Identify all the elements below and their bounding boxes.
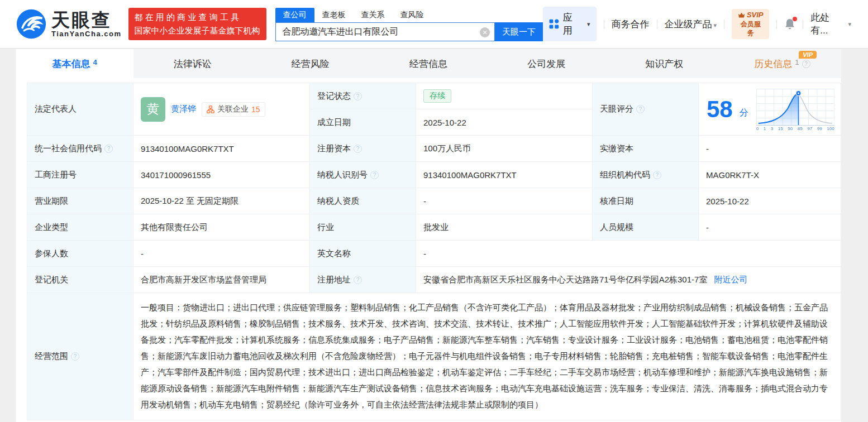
tick-label: 100	[827, 126, 834, 131]
nearby-companies-link[interactable]: 附近公司	[714, 275, 747, 285]
company-type-value: 其他有限责任公司	[133, 214, 310, 241]
legal-rep-name-link[interactable]: 黄泽铧	[171, 104, 196, 114]
tab-basic-info[interactable]: 基本信息 4	[16, 49, 133, 78]
tab-legal-proceedings[interactable]: 法律诉讼	[133, 49, 251, 78]
help-icon[interactable]: ?	[104, 145, 113, 153]
related-label: 关联企业	[217, 104, 249, 114]
bell-curve	[756, 89, 834, 126]
registration-authority-label: 登记机关	[27, 267, 133, 293]
help-icon[interactable]: ?	[354, 276, 362, 284]
field-value: 其他有限责任公司	[141, 222, 208, 233]
field-label: 登记状态	[317, 91, 351, 102]
chevron-down-icon: ▾	[848, 21, 851, 28]
help-icon[interactable]: ?	[354, 145, 362, 153]
business-term-label: 营业期限	[27, 188, 133, 214]
tab-label: 法律诉讼	[174, 57, 212, 70]
business-scope-label: 经营范围 ?	[27, 293, 133, 420]
nav-business-cooperation[interactable]: 商务合作	[612, 18, 650, 31]
help-icon[interactable]: ?	[636, 105, 645, 113]
approval-date-label: 核准日期	[593, 188, 699, 214]
org-code-label: 组织机构代码 ?	[593, 162, 699, 188]
reg-status-cell: 存续	[416, 83, 593, 109]
help-icon[interactable]: ?	[71, 352, 79, 361]
help-icon[interactable]: ?	[354, 92, 362, 100]
help-icon[interactable]: ?	[370, 171, 379, 179]
divider	[776, 20, 777, 29]
field-value: 2025-10-22	[706, 196, 749, 206]
tab-count: 4	[93, 58, 97, 66]
field-label: 经营范围	[35, 351, 68, 362]
industry-value: 批发业	[416, 214, 593, 241]
insured-count-value: -	[133, 241, 310, 267]
user-menu[interactable]: 此处有... ▾	[810, 11, 851, 37]
field-value: 2025-10-22 至 无固定期限	[141, 196, 239, 207]
company-info-table: 法定代表人 黄 黄泽铧 关联企业 15	[27, 83, 841, 420]
notification-bell-button[interactable]	[784, 18, 795, 30]
avatar[interactable]: 黄	[141, 97, 165, 122]
tab-intellectual-property[interactable]: 知识产权	[605, 49, 723, 78]
approval-date-value: 2025-10-22	[699, 188, 841, 214]
english-name-value: -	[416, 241, 841, 267]
field-label: 组织机构代码	[600, 170, 650, 180]
field-label: 天眼评分	[600, 104, 633, 114]
related-companies-badge[interactable]: 关联企业 15	[202, 102, 265, 117]
tab-history-info[interactable]: VIP 历史信息 1 ?	[723, 49, 841, 78]
section-tabbar: 基本信息 4 法律诉讼 经营风险 经营信息 公司发展 知识产权 VIP 历史信息…	[16, 49, 841, 78]
taxpayer-id-label: 纳税人识别号 ?	[310, 162, 416, 188]
related-count: 15	[251, 105, 260, 114]
credit-code-value: 91340100MAG0RK7TXT	[133, 136, 310, 162]
brand-domain: TianYanCha.com	[51, 30, 122, 38]
help-icon[interactable]: ?	[653, 171, 661, 179]
tab-operating-risk[interactable]: 经营风险	[251, 49, 369, 78]
search-tab-boss[interactable]: 查老板	[314, 8, 354, 22]
registered-address-label: 注册地址 ?	[310, 267, 416, 293]
field-label: 企业类型	[35, 222, 68, 233]
score-distribution-chart: 0 1 3 15 50 85 97 99 100	[756, 89, 834, 131]
field-label: 核准日期	[600, 196, 633, 207]
table-row: 登记机关 合肥市高新开发区市场监督管理局 注册地址 ? 安徽省合肥市高新区天乐社…	[27, 267, 841, 293]
table-row: 统一社会信用代码 ? 91340100MAG0RK7TXT 注册资本 ? 100…	[27, 136, 841, 162]
table-row: 法定代表人 黄 黄泽铧 关联企业 15	[27, 83, 841, 136]
table-row: 企业类型 其他有限责任公司 行业 批发业 人员规模 -	[27, 214, 841, 241]
search-tab-risk[interactable]: 查风险	[393, 8, 432, 22]
tab-operating-info[interactable]: 经营信息	[369, 49, 487, 78]
divider	[657, 20, 657, 29]
org-code-value: MAG0RK7T-X	[699, 162, 841, 188]
status-badge: 存续	[423, 89, 451, 103]
search-input-box: ✕	[275, 22, 495, 41]
field-label: 成立日期	[317, 117, 351, 128]
tianyancha-logo[interactable]: 天眼查 TianYanCha.com	[16, 8, 122, 40]
help-icon[interactable]: ?	[802, 60, 810, 68]
tab-label: 经营信息	[409, 57, 447, 70]
business-scope-value: 一般项目：货物进出口；进出口代理；供应链管理服务；塑料制品销售；化工产品销售（不…	[133, 293, 841, 420]
clear-icon[interactable]: ✕	[480, 27, 490, 37]
taxpayer-qualification-value: -	[416, 188, 593, 214]
vip-badge: VIP	[799, 51, 817, 59]
field-label: 实缴资本	[600, 143, 633, 154]
table-row: 登记状态 ? 存续	[310, 83, 593, 109]
svip-member-button[interactable]: SVIP 会员服务	[732, 9, 769, 39]
enterprise-label: 企业级产品	[665, 19, 712, 30]
org-chart-icon	[207, 106, 214, 113]
search-tab-relation[interactable]: 查关系	[354, 8, 393, 22]
field-value: 合肥市高新开发区市场监督管理局	[141, 275, 266, 285]
field-value: 91340100MAG0RK7TXT	[141, 144, 234, 154]
tab-company-development[interactable]: 公司发展	[488, 49, 605, 78]
nav-enterprise-products[interactable]: 企业级产品▾	[665, 18, 717, 31]
svip-service-label: 会员服务	[737, 20, 764, 37]
score-label-cell: 天眼评分 ?	[593, 83, 699, 136]
slogan-line2: 国家中小企业发展子基金旗下机构	[135, 24, 260, 37]
table-row: 营业期限 2025-10-22 至 无固定期限 纳税人资质 - 核准日期 202…	[27, 188, 841, 214]
search-button[interactable]: 天眼一下	[495, 22, 543, 41]
field-value: -	[706, 144, 709, 154]
apps-grid-icon	[549, 19, 559, 29]
english-name-label: 英文名称	[310, 241, 416, 267]
search-input[interactable]	[276, 23, 495, 41]
tick-label: 1	[764, 126, 766, 131]
tick-label: 50	[788, 126, 793, 131]
field-value: 91340100MAG0RK7TXT	[423, 170, 517, 180]
registration-authority-value: 合肥市高新开发区市场监督管理局	[133, 267, 310, 293]
search-tab-company[interactable]: 查公司	[275, 8, 314, 22]
apps-button[interactable]: 应用 ▾	[543, 7, 596, 41]
main-content: 基本信息 4 法律诉讼 经营风险 经营信息 公司发展 知识产权 VIP 历史信息…	[16, 49, 841, 422]
